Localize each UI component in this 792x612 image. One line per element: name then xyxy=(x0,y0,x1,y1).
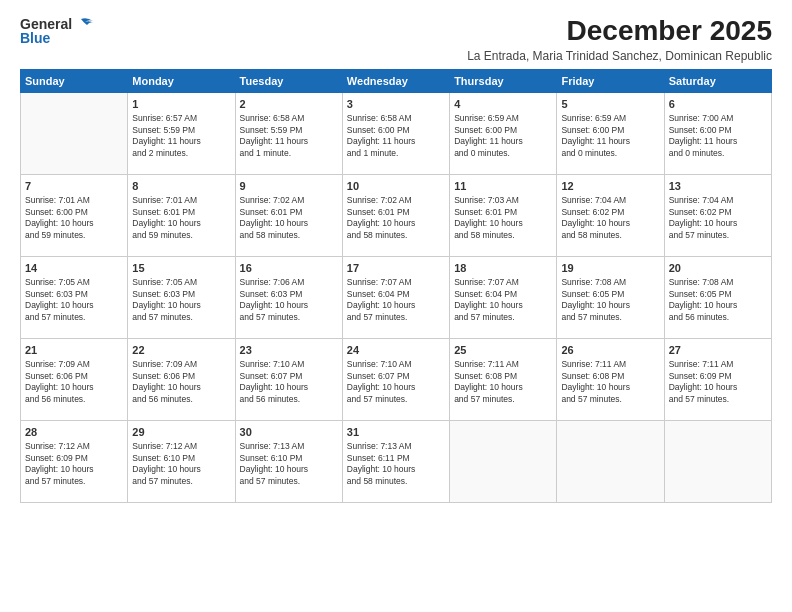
calendar-cell: 29Sunrise: 7:12 AMSunset: 6:10 PMDayligh… xyxy=(128,420,235,502)
day-info: Sunrise: 7:12 AMSunset: 6:09 PMDaylight:… xyxy=(25,441,123,487)
calendar-week-2: 7Sunrise: 7:01 AMSunset: 6:00 PMDaylight… xyxy=(21,174,772,256)
day-number: 13 xyxy=(669,179,767,193)
calendar-header-wednesday: Wednesday xyxy=(342,69,449,92)
calendar-table: SundayMondayTuesdayWednesdayThursdayFrid… xyxy=(20,69,772,503)
logo: General Blue xyxy=(20,16,95,46)
calendar-cell: 9Sunrise: 7:02 AMSunset: 6:01 PMDaylight… xyxy=(235,174,342,256)
day-number: 30 xyxy=(240,425,338,439)
calendar-cell: 18Sunrise: 7:07 AMSunset: 6:04 PMDayligh… xyxy=(450,256,557,338)
day-number: 17 xyxy=(347,261,445,275)
day-info: Sunrise: 7:11 AMSunset: 6:09 PMDaylight:… xyxy=(669,359,767,405)
day-number: 14 xyxy=(25,261,123,275)
main-title: December 2025 xyxy=(467,16,772,47)
day-info: Sunrise: 7:13 AMSunset: 6:11 PMDaylight:… xyxy=(347,441,445,487)
calendar-cell: 19Sunrise: 7:08 AMSunset: 6:05 PMDayligh… xyxy=(557,256,664,338)
day-number: 23 xyxy=(240,343,338,357)
day-info: Sunrise: 6:58 AMSunset: 6:00 PMDaylight:… xyxy=(347,113,445,159)
day-number: 20 xyxy=(669,261,767,275)
day-info: Sunrise: 7:07 AMSunset: 6:04 PMDaylight:… xyxy=(347,277,445,323)
day-number: 18 xyxy=(454,261,552,275)
day-info: Sunrise: 7:10 AMSunset: 6:07 PMDaylight:… xyxy=(347,359,445,405)
day-info: Sunrise: 7:04 AMSunset: 6:02 PMDaylight:… xyxy=(669,195,767,241)
day-number: 6 xyxy=(669,97,767,111)
calendar-cell: 17Sunrise: 7:07 AMSunset: 6:04 PMDayligh… xyxy=(342,256,449,338)
day-info: Sunrise: 7:12 AMSunset: 6:10 PMDaylight:… xyxy=(132,441,230,487)
day-info: Sunrise: 7:06 AMSunset: 6:03 PMDaylight:… xyxy=(240,277,338,323)
day-number: 3 xyxy=(347,97,445,111)
calendar-week-3: 14Sunrise: 7:05 AMSunset: 6:03 PMDayligh… xyxy=(21,256,772,338)
calendar-header-tuesday: Tuesday xyxy=(235,69,342,92)
calendar-week-5: 28Sunrise: 7:12 AMSunset: 6:09 PMDayligh… xyxy=(21,420,772,502)
day-info: Sunrise: 7:00 AMSunset: 6:00 PMDaylight:… xyxy=(669,113,767,159)
calendar-header-thursday: Thursday xyxy=(450,69,557,92)
day-number: 12 xyxy=(561,179,659,193)
day-info: Sunrise: 6:59 AMSunset: 6:00 PMDaylight:… xyxy=(561,113,659,159)
day-number: 25 xyxy=(454,343,552,357)
calendar-cell: 26Sunrise: 7:11 AMSunset: 6:08 PMDayligh… xyxy=(557,338,664,420)
day-number: 10 xyxy=(347,179,445,193)
day-info: Sunrise: 7:03 AMSunset: 6:01 PMDaylight:… xyxy=(454,195,552,241)
day-number: 16 xyxy=(240,261,338,275)
day-info: Sunrise: 7:05 AMSunset: 6:03 PMDaylight:… xyxy=(25,277,123,323)
calendar-cell: 16Sunrise: 7:06 AMSunset: 6:03 PMDayligh… xyxy=(235,256,342,338)
calendar-cell: 5Sunrise: 6:59 AMSunset: 6:00 PMDaylight… xyxy=(557,92,664,174)
calendar-cell: 12Sunrise: 7:04 AMSunset: 6:02 PMDayligh… xyxy=(557,174,664,256)
calendar-cell: 4Sunrise: 6:59 AMSunset: 6:00 PMDaylight… xyxy=(450,92,557,174)
calendar-header-friday: Friday xyxy=(557,69,664,92)
title-area: December 2025 La Entrada, Maria Trinidad… xyxy=(467,16,772,63)
logo-blue: Blue xyxy=(20,30,50,46)
day-info: Sunrise: 7:07 AMSunset: 6:04 PMDaylight:… xyxy=(454,277,552,323)
day-number: 27 xyxy=(669,343,767,357)
day-info: Sunrise: 7:05 AMSunset: 6:03 PMDaylight:… xyxy=(132,277,230,323)
day-number: 8 xyxy=(132,179,230,193)
calendar-cell: 13Sunrise: 7:04 AMSunset: 6:02 PMDayligh… xyxy=(664,174,771,256)
calendar-cell: 31Sunrise: 7:13 AMSunset: 6:11 PMDayligh… xyxy=(342,420,449,502)
calendar-cell: 20Sunrise: 7:08 AMSunset: 6:05 PMDayligh… xyxy=(664,256,771,338)
calendar-cell: 15Sunrise: 7:05 AMSunset: 6:03 PMDayligh… xyxy=(128,256,235,338)
day-info: Sunrise: 7:02 AMSunset: 6:01 PMDaylight:… xyxy=(347,195,445,241)
day-info: Sunrise: 7:11 AMSunset: 6:08 PMDaylight:… xyxy=(454,359,552,405)
calendar-week-1: 1Sunrise: 6:57 AMSunset: 5:59 PMDaylight… xyxy=(21,92,772,174)
calendar-header-saturday: Saturday xyxy=(664,69,771,92)
day-number: 26 xyxy=(561,343,659,357)
day-number: 1 xyxy=(132,97,230,111)
logo-bird-icon xyxy=(73,17,95,31)
day-info: Sunrise: 6:57 AMSunset: 5:59 PMDaylight:… xyxy=(132,113,230,159)
calendar-cell: 30Sunrise: 7:13 AMSunset: 6:10 PMDayligh… xyxy=(235,420,342,502)
calendar-cell: 22Sunrise: 7:09 AMSunset: 6:06 PMDayligh… xyxy=(128,338,235,420)
day-info: Sunrise: 7:09 AMSunset: 6:06 PMDaylight:… xyxy=(25,359,123,405)
day-number: 2 xyxy=(240,97,338,111)
day-number: 28 xyxy=(25,425,123,439)
day-number: 21 xyxy=(25,343,123,357)
day-info: Sunrise: 7:04 AMSunset: 6:02 PMDaylight:… xyxy=(561,195,659,241)
day-number: 11 xyxy=(454,179,552,193)
day-number: 15 xyxy=(132,261,230,275)
day-number: 31 xyxy=(347,425,445,439)
day-info: Sunrise: 7:09 AMSunset: 6:06 PMDaylight:… xyxy=(132,359,230,405)
day-info: Sunrise: 6:59 AMSunset: 6:00 PMDaylight:… xyxy=(454,113,552,159)
day-info: Sunrise: 7:13 AMSunset: 6:10 PMDaylight:… xyxy=(240,441,338,487)
day-info: Sunrise: 6:58 AMSunset: 5:59 PMDaylight:… xyxy=(240,113,338,159)
calendar-cell: 8Sunrise: 7:01 AMSunset: 6:01 PMDaylight… xyxy=(128,174,235,256)
day-info: Sunrise: 7:08 AMSunset: 6:05 PMDaylight:… xyxy=(669,277,767,323)
header: General Blue December 2025 La Entrada, M… xyxy=(20,16,772,63)
calendar-week-4: 21Sunrise: 7:09 AMSunset: 6:06 PMDayligh… xyxy=(21,338,772,420)
calendar-header-monday: Monday xyxy=(128,69,235,92)
calendar-cell: 28Sunrise: 7:12 AMSunset: 6:09 PMDayligh… xyxy=(21,420,128,502)
calendar-cell: 7Sunrise: 7:01 AMSunset: 6:00 PMDaylight… xyxy=(21,174,128,256)
calendar-cell: 10Sunrise: 7:02 AMSunset: 6:01 PMDayligh… xyxy=(342,174,449,256)
day-number: 7 xyxy=(25,179,123,193)
calendar-cell: 11Sunrise: 7:03 AMSunset: 6:01 PMDayligh… xyxy=(450,174,557,256)
calendar-cell: 21Sunrise: 7:09 AMSunset: 6:06 PMDayligh… xyxy=(21,338,128,420)
day-number: 4 xyxy=(454,97,552,111)
calendar-header-row: SundayMondayTuesdayWednesdayThursdayFrid… xyxy=(21,69,772,92)
day-number: 29 xyxy=(132,425,230,439)
day-info: Sunrise: 7:02 AMSunset: 6:01 PMDaylight:… xyxy=(240,195,338,241)
calendar-header-sunday: Sunday xyxy=(21,69,128,92)
calendar-cell xyxy=(21,92,128,174)
subtitle: La Entrada, Maria Trinidad Sanchez, Domi… xyxy=(467,49,772,63)
day-info: Sunrise: 7:08 AMSunset: 6:05 PMDaylight:… xyxy=(561,277,659,323)
calendar-cell: 3Sunrise: 6:58 AMSunset: 6:00 PMDaylight… xyxy=(342,92,449,174)
day-number: 19 xyxy=(561,261,659,275)
calendar-cell: 6Sunrise: 7:00 AMSunset: 6:00 PMDaylight… xyxy=(664,92,771,174)
